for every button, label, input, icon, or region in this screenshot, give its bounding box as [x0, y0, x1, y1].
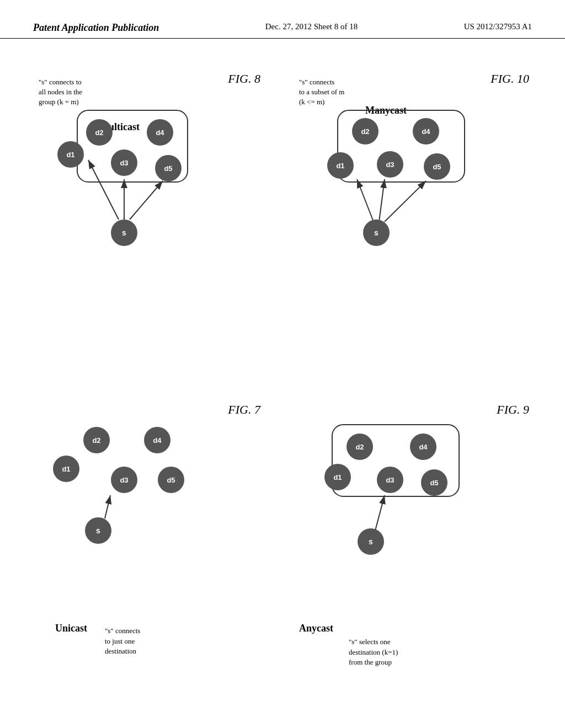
page-header: Patent Application Publication Dec. 27, …: [0, 0, 565, 39]
svg-text:s: s: [122, 228, 126, 237]
svg-text:d2: d2: [355, 443, 364, 451]
fig9-type: Anycast: [299, 623, 333, 634]
svg-line-5: [130, 181, 163, 220]
fig8-svg: d1 d2 d3 d4 d5 s: [33, 83, 232, 259]
svg-text:d4: d4: [419, 443, 428, 451]
svg-text:d5: d5: [164, 164, 172, 173]
fig10-svg: d1 d2 d3 d4 d5 s: [294, 83, 492, 259]
fig7-quadrant: FIG. 7 Unicast "s" connectsto just onede…: [22, 381, 282, 711]
fig7-diagram: FIG. 7 Unicast "s" connectsto just onede…: [33, 392, 271, 700]
svg-text:d5: d5: [167, 476, 175, 484]
svg-text:d3: d3: [120, 159, 128, 167]
fig8-label: FIG. 8: [228, 72, 260, 86]
svg-text:d2: d2: [361, 127, 369, 136]
sheet-info: Dec. 27, 2012 Sheet 8 of 18: [265, 22, 358, 31]
svg-text:d1: d1: [66, 151, 74, 159]
fig8-diagram: "s" connects toall nodes in thegroup (k …: [33, 61, 271, 370]
svg-line-39: [105, 495, 110, 518]
fig7-desc: "s" connectsto just onedestination: [105, 626, 140, 656]
fig9-diagram: FIG. 9 Anycast "s" selects onedestinatio…: [294, 392, 532, 700]
svg-text:d1: d1: [333, 473, 342, 481]
fig10-diagram: "s" connectsto a subset of m(k <= m) FIG…: [294, 61, 532, 370]
svg-text:s: s: [96, 526, 100, 535]
svg-text:d3: d3: [386, 160, 394, 169]
svg-text:d1: d1: [336, 162, 344, 170]
fig9-label: FIG. 9: [497, 403, 529, 417]
svg-text:d2: d2: [92, 436, 100, 445]
fig7-label: FIG. 7: [228, 403, 260, 417]
svg-line-54: [375, 495, 385, 531]
svg-text:d5: d5: [433, 163, 441, 171]
fig9-desc: "s" selects onedestination (k=1)from the…: [349, 637, 398, 667]
svg-line-23: [357, 179, 374, 222]
fig8-quadrant: "s" connects toall nodes in thegroup (k …: [22, 50, 282, 381]
svg-text:d4: d4: [422, 127, 430, 136]
svg-text:d2: d2: [95, 129, 103, 137]
fig9-svg: d1 d2 d3 d4 d5 s: [294, 403, 492, 579]
svg-text:d1: d1: [62, 465, 70, 473]
svg-text:d5: d5: [430, 479, 438, 487]
publication-title: Patent Application Publication: [33, 22, 159, 34]
svg-text:d4: d4: [153, 436, 162, 445]
svg-text:d3: d3: [386, 476, 394, 484]
svg-line-25: [385, 181, 426, 222]
fig7-svg: d1 d2 d3 d4 d5 s: [33, 403, 232, 579]
fig7-type: Unicast: [55, 623, 87, 634]
fig9-quadrant: FIG. 9 Anycast "s" selects onedestinatio…: [282, 381, 543, 711]
svg-text:d3: d3: [120, 476, 128, 484]
svg-text:s: s: [369, 537, 373, 546]
fig10-quadrant: "s" connectsto a subset of m(k <= m) FIG…: [282, 50, 543, 381]
svg-line-24: [379, 179, 385, 222]
fig10-label: FIG. 10: [491, 72, 529, 86]
patent-number: US 2012/327953 A1: [464, 22, 532, 31]
svg-text:s: s: [374, 228, 379, 237]
svg-text:d4: d4: [156, 129, 164, 137]
content-area: "s" connects toall nodes in thegroup (k …: [0, 39, 565, 722]
